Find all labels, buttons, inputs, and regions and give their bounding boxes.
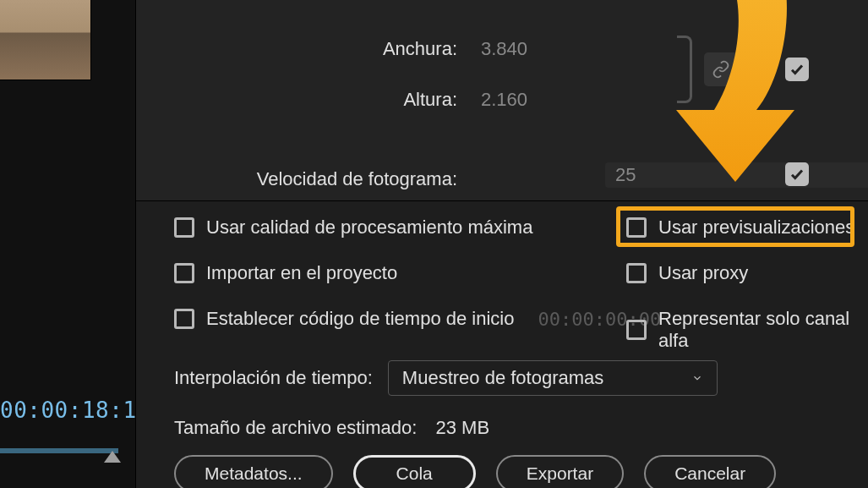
dimension-bracket (677, 36, 692, 103)
metadata-button-label: Metadatos... (205, 463, 303, 484)
video-thumbnail (0, 0, 91, 80)
cancel-button[interactable]: Cancelar (644, 455, 776, 488)
alpha-only-label: Representar solo canal alfa (658, 308, 868, 352)
link-icon (712, 60, 730, 79)
timeline-bar[interactable] (0, 448, 118, 453)
set-timecode-checkbox[interactable] (174, 309, 194, 329)
cancel-button-label: Cancelar (674, 463, 745, 484)
queue-button[interactable]: Cola (353, 455, 476, 488)
check-icon (789, 167, 805, 182)
framerate-value: 25 (615, 164, 636, 186)
set-timecode-label: Establecer código de tiempo de inicio (206, 308, 514, 330)
height-label: Altura: (136, 89, 457, 111)
height-value[interactable]: 2.160 (457, 89, 533, 111)
timecode-display: 00:00:18:11 (0, 398, 127, 423)
use-previews-checkbox[interactable] (626, 217, 647, 238)
framerate-enable-checkbox[interactable] (785, 162, 809, 186)
filesize-value: 23 MB (423, 417, 490, 438)
width-value[interactable]: 3.840 (457, 38, 533, 60)
chevron-down-icon (691, 372, 703, 384)
export-button-label: Exportar (527, 463, 593, 484)
video-settings-panel: Anchura: 3.840 Altura: 2.160 Velocidad d… (135, 0, 868, 201)
max-quality-checkbox[interactable] (174, 217, 194, 238)
import-project-checkbox[interactable] (174, 263, 194, 283)
check-icon (789, 62, 805, 77)
use-proxy-checkbox[interactable] (626, 263, 647, 283)
dimension-enable-checkbox[interactable] (785, 58, 809, 81)
alpha-only-checkbox[interactable] (626, 320, 647, 340)
width-label: Anchura: (136, 38, 457, 60)
interpolation-value: Muestreo de fotogramas (402, 367, 603, 389)
framerate-dropdown[interactable]: 25 (605, 162, 868, 188)
use-previews-label: Usar previsualizaciones (658, 217, 854, 239)
filesize-label: Tamaño de archivo estimado: (174, 417, 417, 438)
playhead-icon[interactable] (104, 451, 121, 463)
link-dimensions-button[interactable] (704, 52, 738, 86)
import-project-label: Importar en el proyecto (206, 262, 397, 284)
max-quality-label: Usar calidad de procesamiento máxima (206, 217, 532, 239)
interpolation-dropdown[interactable]: Muestreo de fotogramas (388, 360, 718, 396)
framerate-label: Velocidad de fotograma: (136, 168, 457, 190)
export-button[interactable]: Exportar (496, 455, 624, 488)
interpolation-label: Interpolación de tiempo: (174, 367, 373, 389)
queue-button-label: Cola (396, 463, 433, 484)
export-options-panel: Usar calidad de procesamiento máxima Imp… (135, 201, 868, 488)
metadata-button[interactable]: Metadatos... (174, 455, 333, 488)
use-proxy-label: Usar proxy (658, 262, 748, 284)
